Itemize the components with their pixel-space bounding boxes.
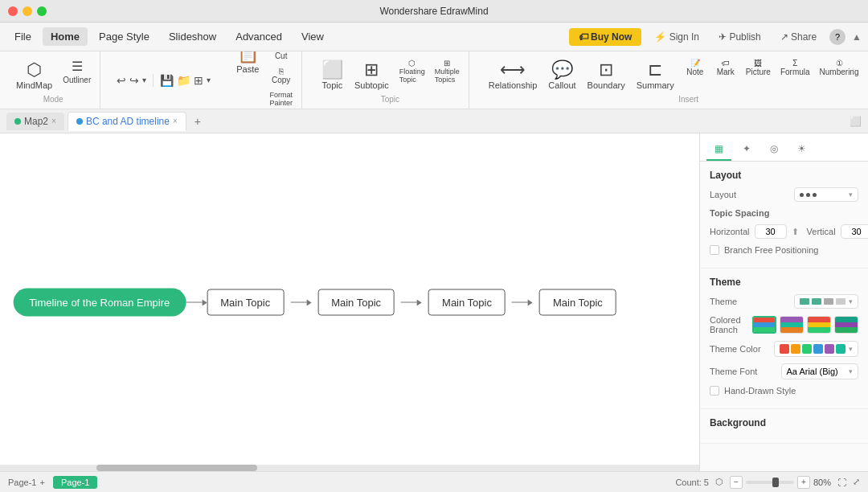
maximize-button[interactable] [37,6,47,16]
save-button[interactable]: 💾 [160,74,174,87]
add-tab-button[interactable]: + [190,115,206,128]
panel-tab-ai[interactable]: ✦ [735,138,759,161]
callout-button[interactable]: 💬 Callout [543,56,580,93]
paste-icon: 📋 [237,51,259,64]
layout-select[interactable]: ▾ [794,187,858,202]
cb-option-2[interactable] [780,316,804,334]
tab-dot-bc-ad [76,118,83,125]
note-button[interactable]: 📝 Note [681,56,710,93]
hand-drawn-row: Hand-Drawn Style [710,386,858,396]
zoom-out-button[interactable]: − [730,476,743,489]
theme-font-select[interactable]: Aa Arial (Big) ▾ [781,363,859,379]
more-history[interactable]: ▾ [142,76,146,84]
tab-bc-ad[interactable]: BC and AD timeline × [68,112,186,131]
redo-button[interactable]: ↪ [129,74,139,87]
summary-button[interactable]: ⊏ Summary [632,56,679,93]
tab-close-bc-ad[interactable]: × [173,117,178,125]
topic-node-3[interactable]: Main Topic [428,289,506,316]
zoom-in-button[interactable]: + [797,476,810,489]
cut-button[interactable]: ✂ Cut [265,51,297,63]
minimize-button[interactable] [23,6,32,16]
layout-tab-icon: ▦ [714,143,723,154]
scrollbar-thumb[interactable] [96,465,257,471]
collapse-button[interactable]: ▲ [852,31,862,43]
branch-free-checkbox[interactable] [710,245,719,255]
menu-page-style[interactable]: Page Style [91,27,158,46]
format-button[interactable]: ⊞ [194,74,203,87]
theme-row: Theme ▾ [710,294,858,309]
numbering-button[interactable]: ① Numbering [816,56,863,93]
floating-topic-button[interactable]: ⬡ FloatingTopic [395,56,429,93]
panel-tab-settings[interactable]: ☀ [789,138,814,161]
topic-button[interactable]: ⬜ Topic [317,56,348,93]
tab-dot-map2 [14,118,21,125]
tab-map2[interactable]: Map2 × [6,113,64,130]
subtopic-button[interactable]: ⊞ Subtopic [350,56,394,93]
outliner-button[interactable]: ☰ Outliner [59,56,95,93]
format-painter-button[interactable]: Format Painter [265,88,297,109]
window-controls [8,6,47,16]
hand-drawn-label: Hand-Drawn Style [724,386,796,396]
multiple-topics-button[interactable]: ⊞ MultipleTopics [431,56,464,93]
root-node[interactable]: Timeline of the Roman Empire [13,289,186,317]
help-button[interactable]: ? [829,29,845,45]
title-bar: Wondershare EdrawMind [0,0,868,23]
paste-button[interactable]: 📋 Paste [231,51,264,109]
zoom-level: 80% [813,478,831,487]
sign-in-button[interactable]: ⚡ Sign In [648,28,706,46]
fit-screen-button[interactable]: ⛶ [837,478,846,487]
canvas-area[interactable]: Timeline of the Roman Empire Main Topic [0,133,699,471]
panel-tab-clock[interactable]: ◎ [762,138,786,161]
h-stepper[interactable]: ⬆ [792,227,799,237]
formula-button[interactable]: Σ Formula [776,56,814,93]
relationship-icon: ⟷ [500,59,526,80]
summary-icon: ⊏ [648,59,662,80]
tabs-bar: Map2 × BC and AD timeline × + ⬜ [0,109,868,133]
cb-option-4[interactable] [834,316,858,334]
outliner-icon: ☰ [72,59,83,74]
fullscreen-button[interactable]: ⤢ [853,477,860,487]
multiple-topics-icon: ⊞ [444,59,450,68]
branch-free-row: Branch Free Positioning [710,245,858,255]
theme-color-select[interactable]: ▾ [774,341,858,357]
topic-node-1[interactable]: Main Topic [207,289,284,316]
menu-home[interactable]: Home [43,27,88,46]
tab-close-map2[interactable]: × [51,117,56,125]
expand-canvas-button[interactable]: ⬜ [850,116,862,127]
scrollbar-horizontal[interactable] [0,465,699,471]
copy-button[interactable]: ⎘ Copy [265,64,297,87]
cb-option-3[interactable] [807,316,831,334]
theme-select[interactable]: ▾ [794,294,858,309]
menu-file[interactable]: File [6,27,39,46]
hand-drawn-checkbox[interactable] [710,386,719,396]
formula-icon: Σ [792,59,797,68]
panel-tab-layout[interactable]: ▦ [706,138,731,161]
undo-button[interactable]: ↩ [117,74,126,87]
close-button[interactable] [8,6,18,16]
mindmap-button[interactable]: ⬡ MindMap [11,56,57,93]
font-chevron: ▾ [849,367,853,375]
menu-view[interactable]: View [293,27,332,46]
share-button[interactable]: ↗ Share [774,28,823,46]
picture-button[interactable]: 🖼 Picture [742,56,775,93]
more-actions[interactable]: ▾ [207,76,211,84]
publish-button[interactable]: ✈ Publish [712,28,768,46]
cb-option-1[interactable] [752,316,776,334]
mark-button[interactable]: 🏷 Mark [711,56,740,93]
topic-node-2[interactable]: Main Topic [317,289,395,316]
more-button[interactable]: ⋯ More [864,56,868,93]
add-page-button[interactable]: + [39,478,44,487]
map-icon-status[interactable]: ⬡ [715,477,723,487]
vertical-input[interactable] [841,224,868,239]
horizontal-label: Horizontal [710,227,750,236]
zoom-slider[interactable] [746,481,794,484]
active-page-tab[interactable]: Page-1 [53,476,97,489]
buy-now-button[interactable]: 🏷 Buy Now [569,28,642,46]
topic-node-4[interactable]: Main Topic [539,289,616,316]
menu-advanced[interactable]: Advanced [227,27,290,46]
open-button[interactable]: 📁 [177,74,190,87]
relationship-button[interactable]: ⟷ Relationship [484,56,542,93]
horizontal-input[interactable] [755,224,787,239]
boundary-button[interactable]: ⊡ Boundary [583,56,630,93]
menu-slideshow[interactable]: Slideshow [161,27,224,46]
